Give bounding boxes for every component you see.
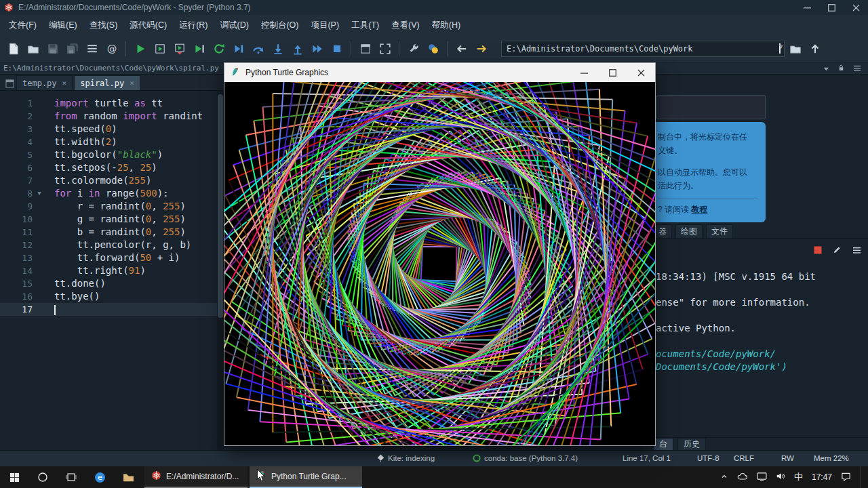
speaker-icon[interactable] xyxy=(776,472,785,483)
console-tab-历史[interactable]: 历史 xyxy=(677,438,706,451)
file-explorer-icon[interactable] xyxy=(114,466,142,488)
editor-tab-temp.py[interactable]: temp.py× xyxy=(16,75,73,90)
search-button[interactable] xyxy=(28,466,57,488)
tab-close-icon[interactable]: × xyxy=(130,79,134,87)
code-line-15[interactable]: 15tt.done() xyxy=(0,277,224,290)
tutorial-link[interactable]: 教程 xyxy=(691,205,707,214)
code-line-3[interactable]: 3tt.speed(0) xyxy=(0,123,224,136)
menu-item-9[interactable]: 查看(V) xyxy=(385,16,426,35)
tab-close-icon[interactable]: × xyxy=(62,79,67,87)
code-line-16[interactable]: 16tt.bye() xyxy=(0,290,224,303)
maximize-button[interactable] xyxy=(819,0,844,15)
python-path-button[interactable] xyxy=(424,39,442,59)
pencil-icon[interactable] xyxy=(833,245,842,256)
parent-directory-button[interactable] xyxy=(806,39,824,59)
code-line-6[interactable]: 6tt.setpos(-25, 25) xyxy=(0,161,224,174)
code-line-2[interactable]: 2from random import randint xyxy=(0,110,224,123)
pane-tab-绘图[interactable]: 绘图 xyxy=(675,224,703,239)
taskbar-window-turtle[interactable]: Python Turtle Grap... xyxy=(250,466,362,488)
code-line-9[interactable]: 9 r = randint(0, 255) xyxy=(0,200,224,213)
step-over-button[interactable] xyxy=(249,39,267,59)
new-file-button[interactable] xyxy=(4,39,22,59)
turtle-window-titlebar[interactable]: Python Turtle Graphics xyxy=(224,63,655,82)
menu-item-5[interactable]: 调试(D) xyxy=(214,16,255,35)
save-button[interactable] xyxy=(43,39,62,59)
code-editor[interactable]: 1import turtle as tt2from random import … xyxy=(0,91,224,450)
scrollbar-thumb[interactable] xyxy=(218,94,223,318)
token: 50 xyxy=(140,252,151,263)
code-line-14[interactable]: 14 tt.right(91) xyxy=(0,264,224,277)
code-line-8[interactable]: 8▼for i in range(500): xyxy=(0,187,224,200)
action-center-icon[interactable] xyxy=(841,472,851,483)
task-view-button[interactable] xyxy=(57,466,85,488)
save-all-button[interactable] xyxy=(63,39,81,59)
stop-kernel-icon[interactable] xyxy=(814,245,822,256)
pane-options-icon[interactable] xyxy=(853,62,861,75)
fullscreen-button[interactable] xyxy=(376,39,394,59)
tray-expand-icon[interactable] xyxy=(720,472,728,483)
code-line-12[interactable]: 12 tt.pencolor(r, g, b) xyxy=(0,239,224,251)
step-into-button[interactable] xyxy=(269,39,287,59)
code-line-4[interactable]: 4tt.width(2) xyxy=(0,136,224,148)
show-desktop-button[interactable] xyxy=(860,466,863,488)
code-line-7[interactable]: 7tt.colormode(255) xyxy=(0,174,224,187)
rerun-last-cell-button[interactable] xyxy=(210,39,228,59)
pane-tab-器[interactable]: 器 xyxy=(653,224,672,239)
preferences-wrench-button[interactable] xyxy=(404,39,422,59)
fold-arrow-icon[interactable]: ▼ xyxy=(33,187,46,200)
run-file-button[interactable] xyxy=(131,39,149,59)
code-line-13[interactable]: 13 tt.forward(50 + i) xyxy=(0,251,224,264)
menu-item-8[interactable]: 工具(T) xyxy=(345,16,385,35)
menu-item-6[interactable]: 控制台(O) xyxy=(255,16,305,35)
minimize-button[interactable] xyxy=(795,0,819,15)
cloud-icon[interactable] xyxy=(737,472,748,483)
open-file-button[interactable] xyxy=(24,39,42,59)
lock-icon[interactable] xyxy=(837,62,845,75)
code-line-11[interactable]: 11 b = randint(0, 255) xyxy=(0,226,224,239)
back-button[interactable] xyxy=(452,39,471,59)
menu-item-0[interactable]: 文件(F) xyxy=(3,16,43,35)
chevron-down-icon[interactable] xyxy=(823,62,829,75)
run-cell-advance-button[interactable] xyxy=(170,39,189,59)
code-line-1[interactable]: 1import turtle as tt xyxy=(0,97,224,110)
continue-button[interactable] xyxy=(308,39,326,59)
code-line-17[interactable]: 17 xyxy=(0,303,224,316)
console-options-icon[interactable] xyxy=(852,245,861,256)
rerun-cell-button[interactable] xyxy=(190,39,208,59)
stop-debug-button[interactable] xyxy=(328,39,346,59)
ime-indicator[interactable]: 中 xyxy=(794,471,803,483)
menu-item-3[interactable]: 源代码(C) xyxy=(123,16,173,35)
editor-scrollbar[interactable] xyxy=(217,91,224,450)
menu-item-7[interactable]: 项目(P) xyxy=(304,16,345,35)
file-switcher-button[interactable] xyxy=(83,39,101,59)
working-directory-combo[interactable]: E:\Administrator\Documents\Code\pyWork ▼ xyxy=(501,41,785,57)
maximize-pane-button[interactable] xyxy=(356,39,374,59)
turtle-minimize-button[interactable] xyxy=(570,63,598,82)
clock[interactable]: 17:47 xyxy=(812,472,832,482)
console-tab-台[interactable]: 台 xyxy=(653,438,673,451)
editor-split-icon[interactable] xyxy=(3,77,16,90)
taskbar-window-spyder[interactable]: E:/Administrator/D... xyxy=(144,466,248,488)
turtle-maximize-button[interactable] xyxy=(598,63,627,82)
editor-tab-spiral.py[interactable]: spiral.py× xyxy=(74,75,140,90)
menu-item-10[interactable]: 帮助(H) xyxy=(426,16,467,35)
code-line-5[interactable]: 5tt.bgcolor("black") xyxy=(0,148,224,161)
symbol-finder-button[interactable]: @ xyxy=(102,39,121,59)
step-return-button[interactable] xyxy=(288,39,307,59)
tablet-icon[interactable] xyxy=(757,472,767,483)
debug-file-button[interactable] xyxy=(229,39,248,59)
browser-icon[interactable]: e xyxy=(85,466,114,488)
help-object-combo[interactable] xyxy=(656,95,766,119)
menu-item-2[interactable]: 查找(S) xyxy=(83,16,124,35)
turtle-close-button[interactable] xyxy=(627,63,655,82)
run-cell-button[interactable] xyxy=(151,39,169,59)
pane-tab-文件[interactable]: 文件 xyxy=(706,224,733,239)
close-button[interactable] xyxy=(844,0,868,15)
browse-directory-button[interactable] xyxy=(786,39,804,59)
menu-item-4[interactable]: 运行(R) xyxy=(173,16,214,35)
start-button[interactable] xyxy=(0,466,28,488)
menu-item-1[interactable]: 编辑(E) xyxy=(43,16,83,35)
ipython-console[interactable]: 18:34:13) [MSC v.1915 64 bit ense" for m… xyxy=(652,239,868,437)
code-line-10[interactable]: 10 g = randint(0, 255) xyxy=(0,213,224,226)
forward-button[interactable] xyxy=(472,39,490,59)
